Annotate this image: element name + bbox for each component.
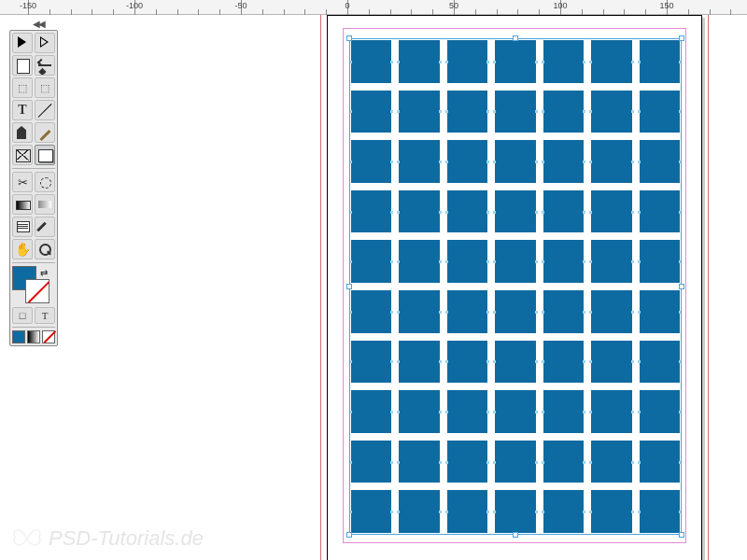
- rectangle-frame[interactable]: [591, 390, 631, 433]
- rectangle-frame[interactable]: [640, 290, 680, 333]
- rectangle-frame[interactable]: [447, 341, 487, 384]
- content-collector-tool[interactable]: ⬚: [12, 77, 33, 98]
- free-transform-tool[interactable]: [35, 172, 55, 192]
- rectangle-frame[interactable]: [447, 240, 487, 283]
- rectangle-frame[interactable]: [447, 40, 487, 83]
- rectangle-frame[interactable]: [495, 240, 535, 283]
- rectangle-frame[interactable]: [399, 490, 439, 533]
- rectangle-frame[interactable]: [495, 190, 535, 233]
- zoom-tool[interactable]: [35, 239, 55, 259]
- rectangle-frame[interactable]: [640, 390, 680, 433]
- rectangle-frame[interactable]: [543, 91, 584, 133]
- selection-tool[interactable]: [12, 33, 33, 53]
- rectangle-frame[interactable]: [591, 140, 631, 183]
- rectangle-frame[interactable]: [351, 240, 391, 283]
- hand-tool[interactable]: ✋: [12, 239, 33, 259]
- rectangle-frame[interactable]: [399, 240, 439, 283]
- rectangle-frame[interactable]: [591, 40, 631, 83]
- gradient-feather-tool[interactable]: [35, 194, 55, 215]
- format-text-button[interactable]: T: [35, 307, 55, 324]
- note-tool[interactable]: [12, 217, 33, 237]
- rectangle-frame[interactable]: [543, 190, 584, 233]
- rectangle-frame[interactable]: [351, 441, 391, 483]
- line-tool[interactable]: [35, 100, 55, 120]
- rectangle-frame[interactable]: [591, 490, 631, 533]
- rectangle-frame[interactable]: [447, 390, 487, 433]
- rectangle-frame[interactable]: [640, 140, 680, 183]
- apply-color-swatch[interactable]: [12, 330, 25, 343]
- rectangle-frame[interactable]: [351, 140, 391, 183]
- pencil-tool[interactable]: [35, 122, 55, 143]
- rectangle-frame[interactable]: [495, 140, 535, 183]
- fill-stroke-swatches[interactable]: ⇄: [12, 266, 55, 305]
- rectangle-frame[interactable]: [495, 441, 535, 483]
- apply-gradient-swatch[interactable]: [27, 330, 40, 343]
- rectangle-frame[interactable]: [351, 91, 391, 133]
- rectangle-frame[interactable]: [640, 490, 680, 533]
- rectangle-frame[interactable]: [543, 441, 584, 483]
- rectangle-frame[interactable]: [543, 390, 584, 433]
- gradient-swatch-tool[interactable]: [12, 194, 33, 215]
- document-canvas[interactable]: [65, 15, 747, 560]
- rectangle-frame[interactable]: [543, 140, 584, 183]
- rectangle-frame[interactable]: [591, 240, 631, 283]
- rectangle-frame[interactable]: [351, 341, 391, 384]
- rectangle-frame[interactable]: [399, 341, 439, 384]
- panel-collapse-icon[interactable]: ◀◀: [33, 19, 44, 29]
- rectangle-frame[interactable]: [447, 490, 487, 533]
- rectangle-frame[interactable]: [351, 490, 391, 533]
- direct-selection-tool[interactable]: [35, 33, 55, 53]
- rectangle-frame[interactable]: [640, 40, 680, 83]
- rectangle-frame[interactable]: [495, 490, 535, 533]
- rectangle-frame[interactable]: [543, 40, 584, 83]
- content-placer-tool[interactable]: ⬚: [35, 77, 55, 98]
- rectangle-frame[interactable]: [591, 91, 631, 133]
- rectangle-frame[interactable]: [447, 140, 487, 183]
- rectangle-frame[interactable]: [640, 341, 680, 384]
- pen-tool[interactable]: [12, 122, 33, 143]
- rectangle-frame[interactable]: [447, 91, 487, 133]
- format-container-button[interactable]: □: [12, 307, 33, 324]
- rectangle-frame[interactable]: [495, 40, 535, 83]
- rectangle-frame[interactable]: [591, 190, 631, 233]
- rectangle-frame[interactable]: [399, 441, 439, 483]
- rectangle-frame[interactable]: [495, 390, 535, 433]
- rectangle-frame[interactable]: [399, 40, 439, 83]
- rectangle-frame[interactable]: [495, 290, 535, 333]
- eyedropper-tool[interactable]: [35, 217, 55, 237]
- rectangle-frame[interactable]: [447, 290, 487, 333]
- rectangle-frame[interactable]: [640, 441, 680, 483]
- rectangle-frame[interactable]: [351, 290, 391, 333]
- rectangle-frame[interactable]: [447, 190, 487, 233]
- apply-none-swatch[interactable]: [42, 330, 55, 343]
- rectangle-frame[interactable]: [495, 341, 535, 384]
- page-tool[interactable]: [12, 55, 33, 76]
- rectangle-frame[interactable]: [351, 40, 391, 83]
- rectangle-frame[interactable]: [399, 190, 439, 233]
- type-tool[interactable]: T: [12, 100, 33, 120]
- scissors-tool[interactable]: ✂: [12, 172, 33, 192]
- rectangle-frame[interactable]: [351, 190, 391, 233]
- rectangle-frame[interactable]: [447, 441, 487, 483]
- rectangle-frame[interactable]: [591, 341, 631, 384]
- rectangle-frame[interactable]: [640, 240, 680, 283]
- rectangle-frame[interactable]: [591, 290, 631, 333]
- rectangle-frame[interactable]: [351, 390, 391, 433]
- rectangle-frame[interactable]: [543, 290, 584, 333]
- rectangle-frame[interactable]: [591, 441, 631, 483]
- rectangle-grid[interactable]: [351, 40, 680, 533]
- rectangle-frame[interactable]: [399, 390, 439, 433]
- rectangle-frame-tool[interactable]: [12, 145, 33, 165]
- rectangle-frame[interactable]: [399, 140, 439, 183]
- rectangle-frame[interactable]: [640, 190, 680, 233]
- gap-tool[interactable]: [35, 55, 55, 76]
- rectangle-frame[interactable]: [399, 290, 439, 333]
- rectangle-frame[interactable]: [543, 341, 584, 384]
- rectangle-tool[interactable]: [35, 145, 55, 165]
- rectangle-frame[interactable]: [640, 91, 680, 133]
- stroke-swatch[interactable]: [25, 279, 49, 303]
- rectangle-frame[interactable]: [543, 240, 584, 283]
- rectangle-frame[interactable]: [495, 91, 535, 133]
- rectangle-frame[interactable]: [543, 490, 584, 533]
- rectangle-frame[interactable]: [399, 91, 439, 133]
